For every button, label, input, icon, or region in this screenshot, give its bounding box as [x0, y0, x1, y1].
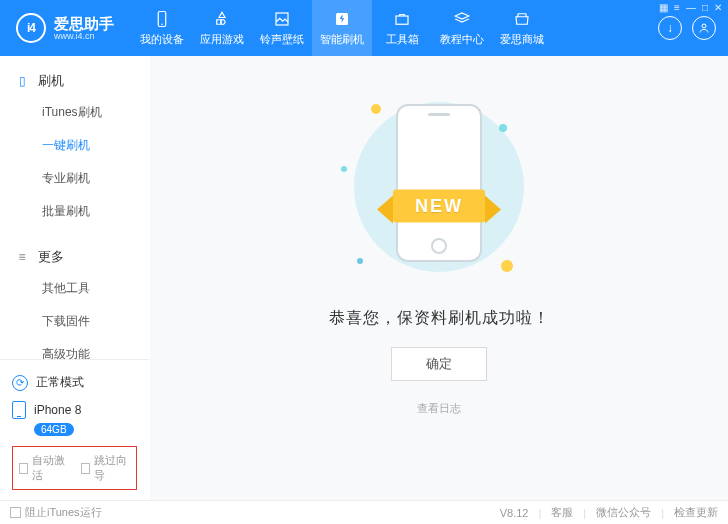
checkbox-icon — [81, 463, 90, 474]
sidebar-item-other-tools[interactable]: 其他工具 — [0, 272, 149, 305]
checkbox-block-itunes[interactable]: 阻止iTunes运行 — [10, 505, 102, 520]
refresh-icon: ⟳ — [12, 375, 28, 391]
view-log-link[interactable]: 查看日志 — [417, 401, 461, 416]
sidebar-footer: ⟳ 正常模式 iPhone 8 64GB 自动激活 跳过向导 — [0, 359, 149, 500]
checkbox-auto-activate[interactable]: 自动激活 — [19, 453, 69, 483]
checkbox-label: 阻止iTunes运行 — [25, 505, 102, 520]
nav-apps[interactable]: 应用游戏 — [192, 0, 252, 56]
checkbox-label: 跳过向导 — [94, 453, 130, 483]
logo-mark: i4 — [16, 13, 46, 43]
user-icon — [698, 22, 710, 34]
phone-outline-icon: ▯ — [14, 74, 30, 88]
nav-label: 铃声壁纸 — [260, 32, 304, 47]
sidebar-item-oneclick-flash[interactable]: 一键刷机 — [0, 129, 149, 162]
nav-flash[interactable]: 智能刷机 — [312, 0, 372, 56]
success-illustration: NEW — [329, 96, 549, 286]
close-icon[interactable]: ✕ — [714, 2, 722, 13]
version-label: V8.12 — [500, 507, 529, 519]
checkbox-skip-wizard[interactable]: 跳过向导 — [81, 453, 131, 483]
post-flash-options: 自动激活 跳过向导 — [12, 446, 137, 490]
checkbox-icon — [10, 507, 21, 518]
sidebar-group-more: ≡ 更多 — [0, 242, 149, 272]
app-logo: i4 爱思助手 www.i4.cn — [0, 13, 126, 43]
checkbox-icon — [19, 463, 28, 474]
minimize-icon[interactable]: — — [686, 2, 696, 13]
apps-icon — [213, 10, 231, 28]
flash-icon — [333, 10, 351, 28]
body: ▯ 刷机 iTunes刷机 一键刷机 专业刷机 批量刷机 ≡ 更多 其他工具 下… — [0, 56, 728, 500]
book-icon — [453, 10, 471, 28]
svg-point-5 — [702, 24, 706, 28]
phone-icon — [153, 10, 171, 28]
svg-point-1 — [161, 23, 163, 25]
download-button[interactable]: ↓ — [658, 16, 682, 40]
nav-label: 我的设备 — [140, 32, 184, 47]
menu-icon[interactable]: ≡ — [674, 2, 680, 13]
sidebar-item-pro-flash[interactable]: 专业刷机 — [0, 162, 149, 195]
device-row[interactable]: iPhone 8 — [12, 395, 137, 421]
phone-illustration-icon — [396, 104, 482, 262]
nav-label: 爱思商城 — [500, 32, 544, 47]
wallpaper-icon — [273, 10, 291, 28]
check-update-link[interactable]: 检查更新 — [674, 505, 718, 520]
nav-label: 智能刷机 — [320, 32, 364, 47]
logo-subtitle: www.i4.cn — [54, 31, 114, 41]
nav-toolbox[interactable]: 工具箱 — [372, 0, 432, 56]
nav-label: 教程中心 — [440, 32, 484, 47]
gift-icon[interactable]: ▦ — [659, 2, 668, 13]
device-mode-label: 正常模式 — [36, 374, 84, 391]
app-header: ▦ ≡ — □ ✕ i4 爱思助手 www.i4.cn 我的设备 应用游戏 铃声… — [0, 0, 728, 56]
device-mode-row[interactable]: ⟳ 正常模式 — [12, 370, 137, 395]
logo-title: 爱思助手 — [54, 16, 114, 31]
sidebar: ▯ 刷机 iTunes刷机 一键刷机 专业刷机 批量刷机 ≡ 更多 其他工具 下… — [0, 56, 150, 500]
store-icon — [513, 10, 531, 28]
more-icon: ≡ — [14, 250, 30, 264]
ribbon-label: NEW — [393, 190, 485, 223]
maximize-icon[interactable]: □ — [702, 2, 708, 13]
nav-ringtones[interactable]: 铃声壁纸 — [252, 0, 312, 56]
result-message: 恭喜您，保资料刷机成功啦！ — [329, 308, 550, 329]
phone-small-icon — [12, 401, 26, 419]
main-panel: NEW 恭喜您，保资料刷机成功啦！ 确定 查看日志 — [150, 56, 728, 500]
toolbox-icon — [393, 10, 411, 28]
sidebar-item-itunes-flash[interactable]: iTunes刷机 — [0, 96, 149, 129]
sidebar-group-label: 更多 — [38, 248, 64, 266]
window-controls: ▦ ≡ — □ ✕ — [659, 2, 722, 13]
sidebar-item-advanced[interactable]: 高级功能 — [0, 338, 149, 359]
top-nav: 我的设备 应用游戏 铃声壁纸 智能刷机 工具箱 教程中心 爱思商城 — [132, 0, 552, 56]
support-link[interactable]: 客服 — [551, 505, 573, 520]
sidebar-item-download-firmware[interactable]: 下载固件 — [0, 305, 149, 338]
svg-rect-4 — [396, 16, 408, 24]
sidebar-item-batch-flash[interactable]: 批量刷机 — [0, 195, 149, 228]
wechat-link[interactable]: 微信公众号 — [596, 505, 651, 520]
checkbox-label: 自动激活 — [32, 453, 68, 483]
nav-tutorials[interactable]: 教程中心 — [432, 0, 492, 56]
header-actions: ↓ — [658, 16, 728, 40]
new-ribbon: NEW — [393, 190, 485, 223]
sidebar-group-label: 刷机 — [38, 72, 64, 90]
user-button[interactable] — [692, 16, 716, 40]
nav-label: 应用游戏 — [200, 32, 244, 47]
nav-my-device[interactable]: 我的设备 — [132, 0, 192, 56]
nav-store[interactable]: 爱思商城 — [492, 0, 552, 56]
sidebar-group-flash: ▯ 刷机 — [0, 66, 149, 96]
svg-rect-2 — [276, 13, 288, 25]
nav-label: 工具箱 — [386, 32, 419, 47]
status-bar: 阻止iTunes运行 V8.12 | 客服 | 微信公众号 | 检查更新 — [0, 500, 728, 524]
device-name: iPhone 8 — [34, 403, 81, 417]
confirm-button[interactable]: 确定 — [391, 347, 487, 381]
storage-badge: 64GB — [34, 423, 74, 436]
